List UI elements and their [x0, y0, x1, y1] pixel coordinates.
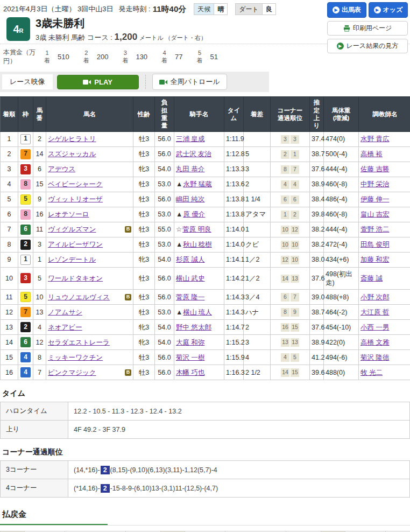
corner-row-label: 3コーナー	[1, 461, 68, 479]
top-right-buttons: ▶出馬表 ▶オッズ 印刷用ページ ▶ レース結果の見方	[327, 2, 408, 53]
corner-positions: 44	[271, 177, 310, 192]
frame-number-badge: 6	[20, 337, 31, 347]
play-button[interactable]: PLAY	[57, 75, 139, 89]
jockey-link[interactable]: 永野 猛蔵	[183, 180, 211, 188]
sex-age: 牡3	[133, 290, 155, 305]
jockey-cell: 野中 悠太郎	[174, 320, 224, 335]
prize-amount: 200	[97, 53, 109, 61]
jockey-link[interactable]: 三浦 皇成	[176, 135, 204, 143]
sex-age: 牡3	[133, 222, 155, 237]
column-header: 枠	[18, 97, 33, 132]
horse-link[interactable]: レオテソーロ	[48, 211, 89, 218]
trainer-link[interactable]: 菊沢 隆徳	[360, 354, 389, 361]
horse-name-cell: ピンクマジックB	[46, 365, 133, 380]
trainer-link[interactable]: 田島 俊明	[360, 241, 389, 248]
corner-row-label: 4コーナー	[1, 479, 68, 498]
prize-place: 3着	[122, 50, 128, 64]
odds-button[interactable]: ▶オッズ	[369, 2, 408, 18]
horse-link[interactable]: リュウノエルヴィス	[48, 293, 110, 301]
patrol-video-button[interactable]: 全周パトロール	[152, 74, 227, 90]
horse-link[interactable]: スズジャッカル	[48, 150, 96, 158]
printer-icon	[343, 25, 350, 32]
corner4-position: 4	[291, 180, 299, 189]
trainer-link[interactable]: 佐藤 吉勝	[360, 165, 389, 173]
sex-age: 牡3	[133, 131, 155, 146]
jockey-link[interactable]: 原 優介	[183, 211, 205, 218]
trainer-link[interactable]: 小西 一男	[360, 324, 389, 331]
horse-link[interactable]: セラダエストレーラ	[48, 339, 110, 346]
corner4-position: 9	[291, 308, 299, 317]
jockey-link[interactable]: 菊沢 一樹	[176, 354, 204, 361]
jockey-link[interactable]: 横山 琉人	[183, 309, 211, 316]
horse-link[interactable]: ベイビーシャーク	[48, 180, 103, 188]
trainer-link[interactable]: 畠山 吉宏	[360, 211, 389, 218]
topbar: 2021年4月3日（土曜） 3回中山3日 発走時刻 : 11時40分 天候晴 ダ…	[0, 0, 410, 44]
horse-link[interactable]: レゾンデートル	[48, 256, 96, 263]
trainer-link[interactable]: 大江原 哲	[360, 309, 389, 316]
frame-cell: 3	[18, 162, 33, 177]
jockey-link[interactable]: 大庭 和弥	[176, 339, 204, 346]
trainer-link[interactable]: 水野 貴広	[360, 135, 389, 143]
corner3-position: 10	[281, 226, 289, 234]
jockey-link[interactable]: 横山 武史	[176, 275, 204, 282]
result-guide-button[interactable]: ▶ レース結果の見方	[327, 39, 408, 53]
corner-order-suffix: (8,15)-(9,10)(6,13)(3,11)-1,12(5,7)-4	[110, 466, 217, 474]
trainer-link[interactable]: 小野 次郎	[360, 293, 389, 301]
trainer-link[interactable]: 牧 光二	[360, 369, 383, 376]
entries-button[interactable]: ▶出馬表	[327, 2, 366, 18]
table-row: 112シゲルヒラトリ牡356.0三浦 皇成1:11.93337.4474(0)水…	[1, 131, 410, 146]
trainer-link[interactable]: 伊藤 伸一	[360, 195, 389, 203]
frame-cell: 1	[18, 131, 33, 146]
horse-link[interactable]: アデウス	[48, 165, 75, 173]
horse-link[interactable]: ミッキーワクチン	[48, 354, 103, 361]
trainer-link[interactable]: 萱野 浩二	[360, 226, 389, 233]
print-page-button[interactable]: 印刷用ページ	[327, 21, 408, 36]
trainer-link[interactable]: 加藤 和宏	[360, 256, 389, 263]
jockey-link[interactable]: 菅原 明良	[182, 226, 211, 233]
corner-table: 3コーナー(14,*16)-2(8,15)-(9,10)(6,13)(3,11)…	[0, 460, 410, 498]
finish-time: 1:13.6	[224, 177, 244, 192]
carried-weight: 54.0	[155, 162, 174, 177]
horse-name-cell: ベイビーシャーク	[46, 177, 133, 192]
horse-weight: 500(-4)	[324, 146, 359, 162]
horse-name-cell: スズジャッカル	[46, 146, 133, 162]
horse-number: 8	[33, 350, 46, 365]
prize-money-label: 本賞金（万円）	[3, 48, 38, 65]
prize-amount: 77	[175, 53, 182, 61]
horse-link[interactable]: シゲルヒラトリ	[48, 135, 96, 143]
horse-link[interactable]: ヴィグルズマン	[48, 226, 96, 233]
horse-link[interactable]: ネオアビー	[48, 324, 82, 331]
jockey-link[interactable]: 菅原 隆一	[176, 293, 204, 301]
corner4-position: 13	[291, 338, 299, 347]
horse-link[interactable]: アイルビーザワン	[48, 241, 103, 248]
video-bar: レース映像 PLAY 全周パトロール	[0, 72, 269, 92]
jockey-link[interactable]: 丸田 恭介	[176, 165, 204, 173]
trainer-link[interactable]: 高橋 文雅	[360, 339, 389, 346]
jockey-link[interactable]: 杉原 誠人	[176, 256, 204, 263]
trainer-link[interactable]: 高橋 裕	[360, 150, 383, 158]
race-result-page: 2021年4月3日（土曜） 3回中山3日 発走時刻 : 11時40分 天候晴 ダ…	[0, 0, 410, 532]
jockey-link[interactable]: 野中 悠太郎	[176, 324, 211, 331]
margin: ハナ	[244, 305, 271, 320]
sex-age: 牡3	[133, 350, 155, 365]
trainer-link[interactable]: 中野 栄治	[360, 180, 389, 188]
weather-label: 天候	[194, 4, 214, 15]
jockey-link[interactable]: 武士沢 友治	[176, 150, 211, 158]
prize-item: 5着51	[197, 50, 218, 64]
last-3f-time: 37.6	[310, 320, 324, 335]
jockey-link[interactable]: 秋山 稔樹	[183, 241, 211, 248]
jockey-link[interactable]: 嶋田 純次	[176, 195, 204, 203]
corner-positions: 66	[271, 192, 310, 207]
jockey-link[interactable]: 木幡 巧也	[176, 369, 204, 376]
horse-link[interactable]: ピンクマジック	[48, 369, 96, 376]
horse-link[interactable]: ノアムサシ	[48, 309, 82, 316]
corner3-position: 14	[281, 275, 289, 283]
sex-age: 牝3	[133, 320, 155, 335]
jockey-cell: 武士沢 友治	[174, 146, 224, 162]
prize-rank-suffix: 着	[197, 57, 203, 64]
horse-link[interactable]: ヴィットリオーザ	[48, 195, 103, 203]
margin: 3／4	[244, 290, 271, 305]
horse-link[interactable]: ワールドタキオン	[48, 275, 103, 282]
trainer-link[interactable]: 斎藤 誠	[360, 275, 383, 282]
prize-rank-suffix: 着	[122, 57, 128, 64]
